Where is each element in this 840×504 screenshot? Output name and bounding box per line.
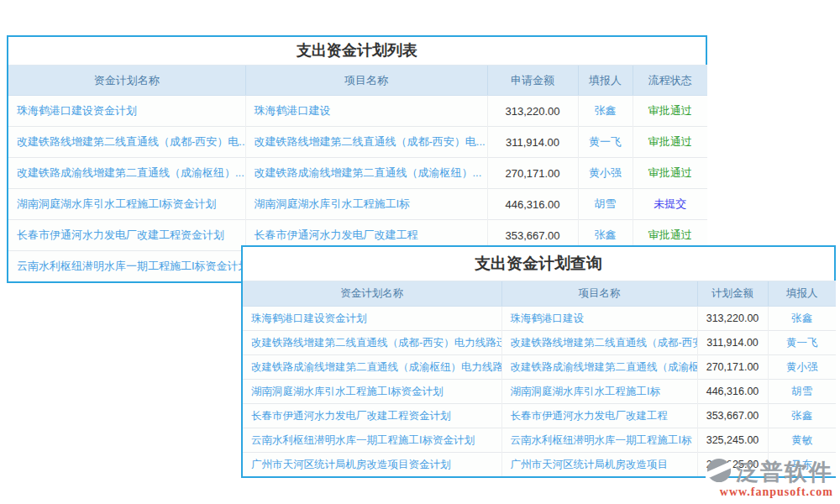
expenditure-plan-query-panel: 支出资金计划查询 资金计划名称项目名称计划金额填报人 珠海鹤港口建设资金计划珠海… <box>241 245 836 478</box>
fanpu-logo-icon <box>706 457 732 487</box>
project-name-link[interactable]: 湖南洞庭湖水库引水工程施工I标 <box>245 189 487 220</box>
project-name-link[interactable]: 云南水利枢纽潜明水库一期工程施工I标 <box>501 428 697 453</box>
project-name-link[interactable]: 广州市天河区统计局机房改造项目 <box>501 453 697 477</box>
column-header: 填报人 <box>768 281 836 307</box>
column-header: 计划金额 <box>697 281 768 307</box>
watermark-url: www.fanpusoft.com <box>706 486 833 499</box>
applied-amount-cell: 313,220.00 <box>487 96 578 127</box>
column-header: 项目名称 <box>501 281 697 307</box>
project-name-link[interactable]: 改建铁路成渝线增建第二直通线（成渝枢纽 <box>501 355 697 380</box>
workflow-status-cell: 未提交 <box>633 189 707 220</box>
watermark-brand: 泛普软件 <box>736 457 833 487</box>
fund-plan-name-link[interactable]: 改建铁路线增建第二线直通线（成都-西安）电力线路迁 <box>243 331 501 355</box>
watermark: 泛普软件 www.fanpusoft.com <box>706 457 833 499</box>
reporter-link[interactable]: 胡雪 <box>768 380 836 404</box>
project-name-link[interactable]: 改建铁路线增建第二线直通线（成都-西安 <box>501 331 697 355</box>
reporter-link[interactable]: 胡雪 <box>578 189 633 220</box>
fund-plan-name-link[interactable]: 云南水利枢纽潜明水库一期工程施工I标资金计划 <box>8 251 245 282</box>
column-header: 资金计划名称 <box>8 66 245 96</box>
table-row: 改建铁路成渝线增建第二直通线（成渝枢纽）...改建铁路成渝线增建第二直通线（成渝… <box>8 158 707 189</box>
reporter-link[interactable]: 张鑫 <box>578 96 633 127</box>
column-header: 申请金额 <box>487 66 578 96</box>
planned-amount-cell: 270,171.00 <box>697 355 768 380</box>
applied-amount-cell: 270,171.00 <box>487 158 578 189</box>
fund-plan-name-link[interactable]: 珠海鹤港口建设资金计划 <box>8 96 245 127</box>
table-row: 长春市伊通河水力发电厂改建工程资金计划长春市伊通河水力发电厂改建工程353,66… <box>243 404 836 428</box>
planned-amount-cell: 311,914.00 <box>697 331 768 355</box>
reporter-link[interactable]: 张鑫 <box>768 307 836 331</box>
applied-amount-cell: 446,316.00 <box>487 189 578 220</box>
fund-plan-name-link[interactable]: 湖南洞庭湖水库引水工程施工I标资金计划 <box>8 189 245 220</box>
column-header: 资金计划名称 <box>243 281 501 307</box>
applied-amount-cell: 311,914.00 <box>487 127 578 158</box>
fund-plan-name-link[interactable]: 改建铁路成渝线增建第二直通线（成渝枢纽）电力线路迁 <box>243 355 501 380</box>
table-row: 云南水利枢纽潜明水库一期工程施工I标资金计划云南水利枢纽潜明水库一期工程施工I标… <box>243 428 836 453</box>
fund-plan-name-link[interactable]: 改建铁路线增建第二线直通线（成都-西安）电... <box>8 127 245 158</box>
fund-plan-name-link[interactable]: 广州市天河区统计局机房改造项目资金计划 <box>243 453 501 477</box>
project-name-link[interactable]: 珠海鹤港口建设 <box>501 307 697 331</box>
planned-amount-cell: 325,245.00 <box>697 428 768 453</box>
workflow-status-cell: 审批通过 <box>633 127 707 158</box>
table-row: 珠海鹤港口建设资金计划珠海鹤港口建设313,220.00张鑫 <box>243 307 836 331</box>
fund-plan-name-link[interactable]: 长春市伊通河水力发电厂改建工程资金计划 <box>243 404 501 428</box>
project-name-link[interactable]: 改建铁路线增建第二线直通线（成都-西安）电... <box>245 127 487 158</box>
planned-amount-cell: 353,667.00 <box>697 404 768 428</box>
project-name-link[interactable]: 长春市伊通河水力发电厂改建工程 <box>501 404 697 428</box>
fund-plan-name-link[interactable]: 湖南洞庭湖水库引水工程施工I标资金计划 <box>243 380 501 404</box>
table-row: 改建铁路线增建第二线直通线（成都-西安）电...改建铁路线增建第二线直通线（成都… <box>8 127 707 158</box>
reporter-link[interactable]: 黄小强 <box>768 355 836 380</box>
query-table-header-row: 资金计划名称项目名称计划金额填报人 <box>243 281 836 307</box>
fund-plan-name-link[interactable]: 长春市伊通河水力发电厂改建工程资金计划 <box>8 220 245 251</box>
table-row: 湖南洞庭湖水库引水工程施工I标资金计划湖南洞庭湖水库引水工程施工I标446,31… <box>243 380 836 404</box>
project-name-link[interactable]: 珠海鹤港口建设 <box>245 96 487 127</box>
column-header: 填报人 <box>578 66 633 96</box>
planned-amount-cell: 313,220.00 <box>697 307 768 331</box>
table-row: 改建铁路成渝线增建第二直通线（成渝枢纽）电力线路迁改建铁路成渝线增建第二直通线（… <box>243 355 836 380</box>
fund-plan-name-link[interactable]: 改建铁路成渝线增建第二直通线（成渝枢纽）... <box>8 158 245 189</box>
project-name-link[interactable]: 湖南洞庭湖水库引水工程施工I标 <box>501 380 697 404</box>
project-name-link[interactable]: 改建铁路成渝线增建第二直通线（成渝枢纽）... <box>245 158 487 189</box>
workflow-status-cell: 审批通过 <box>633 96 707 127</box>
column-header: 流程状态 <box>633 66 707 96</box>
reporter-link[interactable]: 张鑫 <box>768 404 836 428</box>
reporter-link[interactable]: 黄敏 <box>768 428 836 453</box>
reporter-link[interactable]: 黄一飞 <box>578 127 633 158</box>
table-row: 湖南洞庭湖水库引水工程施工I标资金计划湖南洞庭湖水库引水工程施工I标446,31… <box>8 189 707 220</box>
column-header: 项目名称 <box>245 66 487 96</box>
list-panel-title: 支出资金计划列表 <box>8 37 706 65</box>
workflow-status-cell: 审批通过 <box>633 158 707 189</box>
list-table-header-row: 资金计划名称项目名称申请金额填报人流程状态 <box>8 66 707 96</box>
fund-plan-name-link[interactable]: 珠海鹤港口建设资金计划 <box>243 307 501 331</box>
query-panel-title: 支出资金计划查询 <box>243 247 834 281</box>
table-row: 珠海鹤港口建设资金计划珠海鹤港口建设313,220.00张鑫审批通过 <box>8 96 707 127</box>
reporter-link[interactable]: 黄一飞 <box>768 331 836 355</box>
fund-plan-name-link[interactable]: 云南水利枢纽潜明水库一期工程施工I标资金计划 <box>243 428 501 453</box>
reporter-link[interactable]: 黄小强 <box>578 158 633 189</box>
table-row: 改建铁路线增建第二线直通线（成都-西安）电力线路迁改建铁路线增建第二线直通线（成… <box>243 331 836 355</box>
expenditure-plan-query-table: 资金计划名称项目名称计划金额填报人 珠海鹤港口建设资金计划珠海鹤港口建设313,… <box>243 281 836 476</box>
planned-amount-cell: 446,316.00 <box>697 380 768 404</box>
